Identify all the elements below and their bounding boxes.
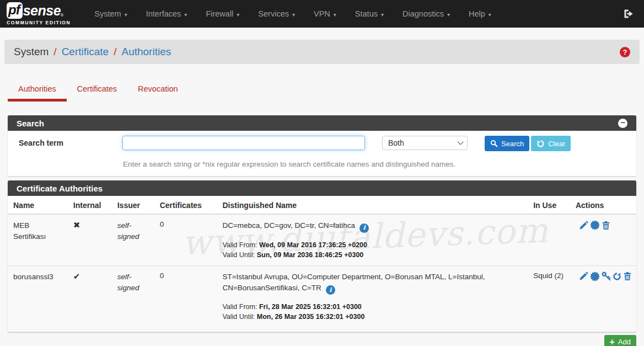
valid-from-value: Fri, 28 Mar 2025 16:32:01 +0300 xyxy=(259,303,362,311)
search-icon xyxy=(490,140,498,147)
nav-item-label: System xyxy=(94,9,121,18)
breadcrumb-section: System xyxy=(14,46,49,58)
col-header-actions: Actions xyxy=(576,196,636,214)
valid-from-label: Valid From: xyxy=(222,241,257,249)
pfsense-logo[interactable]: pf sense ® COMMUNITY EDITION xyxy=(7,2,71,25)
export-ca-icon[interactable] xyxy=(590,220,600,230)
breadcrumb-link-certificate[interactable]: Certificate xyxy=(62,46,109,58)
ca-in-use: Squid (2) xyxy=(533,272,564,280)
ca-issuer: self-signed xyxy=(117,272,146,294)
search-type-value: Both xyxy=(388,139,404,147)
valid-until-value: Mon, 26 Mar 2035 16:32:01 +0300 xyxy=(257,313,365,321)
tab-revocation[interactable]: Revocation xyxy=(127,80,189,102)
search-panel-title: Search xyxy=(17,119,44,128)
col-header-dn: Distinguished Name xyxy=(222,196,533,214)
breadcrumb-separator: / xyxy=(109,46,121,58)
logo-sense: sense xyxy=(23,3,61,19)
valid-from-label: Valid From: xyxy=(222,303,257,311)
col-header-certificates: Certificates xyxy=(160,196,223,214)
logo-edition: COMMUNITY EDITION xyxy=(7,20,71,25)
chevron-down-icon xyxy=(457,139,463,145)
valid-until-value: Sun, 09 Mar 2036 18:46:25 +0300 xyxy=(257,251,364,259)
nav-item-label: Firewall xyxy=(206,9,233,18)
table-header-row: Name Internal Issuer Certificates Distin… xyxy=(8,196,636,214)
tab-bar: Authorities Certificates Revocation xyxy=(8,80,636,102)
sign-out-icon xyxy=(623,8,634,19)
export-ca-icon[interactable] xyxy=(590,272,600,281)
col-header-issuer: Issuer xyxy=(117,196,160,214)
edit-icon[interactable] xyxy=(579,272,588,281)
nav-item-label: Status xyxy=(355,9,378,18)
nav-item-label: Services xyxy=(258,9,289,18)
nav-item-status[interactable]: Status ▾ xyxy=(346,0,393,28)
certificate-authorities-panel: Certificate Authorities Name Internal Is… xyxy=(8,180,636,332)
caret-down-icon: ▾ xyxy=(489,12,491,18)
internal-yes-icon: ✔ xyxy=(73,272,80,281)
logo-pf: pf xyxy=(7,2,23,19)
caret-down-icon: ▾ xyxy=(292,12,295,18)
delete-icon[interactable] xyxy=(623,272,632,281)
nav-item-firewall[interactable]: Firewall ▾ xyxy=(196,0,249,28)
col-header-internal: Internal xyxy=(73,196,117,214)
tab-authorities[interactable]: Authorities xyxy=(8,80,67,102)
valid-until-label: Valid Until: xyxy=(222,251,255,259)
help-icon[interactable]: ? xyxy=(620,47,630,57)
search-help-text: Enter a search string or *nix regular ex… xyxy=(123,151,625,172)
export-key-icon[interactable] xyxy=(602,272,611,281)
nav-item-help[interactable]: Help ▾ xyxy=(459,0,501,28)
ca-panel-title: Certificate Authorities xyxy=(17,184,103,193)
nav-item-services[interactable]: Services ▾ xyxy=(249,0,304,28)
nav-item-label: VPN xyxy=(314,9,330,18)
info-icon[interactable]: i xyxy=(359,223,369,233)
caret-down-icon: ▾ xyxy=(184,12,187,18)
caret-down-icon: ▾ xyxy=(334,12,336,18)
ca-issuer: self-signed xyxy=(117,220,146,242)
renew-icon[interactable] xyxy=(613,272,621,281)
nav-item-vpn[interactable]: VPN ▾ xyxy=(304,0,346,28)
add-button[interactable]: + Add xyxy=(604,335,636,346)
search-button[interactable]: Search xyxy=(485,136,529,151)
ca-distinguished-name: ST=Istanbul Avrupa, OU=Computer Departme… xyxy=(222,273,485,292)
info-icon[interactable]: i xyxy=(326,285,335,295)
ca-cert-count: 0 xyxy=(160,272,164,280)
ca-name: borusanssl3 xyxy=(13,272,53,283)
logout-button[interactable] xyxy=(620,8,637,19)
search-panel: Search − Search term Both Search xyxy=(8,115,636,176)
breadcrumb: System / Certificate / Authorities ? xyxy=(4,40,640,64)
ca-panel-header: Certificate Authorities xyxy=(8,180,636,196)
col-header-name: Name xyxy=(8,196,73,214)
tab-certificates[interactable]: Certificates xyxy=(67,80,128,102)
plus-icon: + xyxy=(610,338,615,346)
undo-icon xyxy=(536,140,545,148)
search-input[interactable] xyxy=(122,136,365,150)
nav-item-label: Help xyxy=(469,9,485,18)
ca-name: MEB Sertifikası xyxy=(13,220,60,242)
caret-down-icon: ▾ xyxy=(447,12,450,18)
breadcrumb-link-authorities[interactable]: Authorities xyxy=(121,46,171,58)
nav-item-system[interactable]: System ▾ xyxy=(85,0,136,28)
breadcrumb-separator: / xyxy=(49,46,61,58)
search-panel-header: Search − xyxy=(8,115,636,131)
valid-until-label: Valid Until: xyxy=(222,313,255,321)
col-header-in-use: In Use xyxy=(533,196,576,214)
edit-icon[interactable] xyxy=(579,221,588,230)
clear-button[interactable]: Clear xyxy=(531,136,571,151)
search-term-label: Search term xyxy=(19,136,122,147)
search-panel-body: Search term Both Search xyxy=(8,131,636,176)
caret-down-icon: ▾ xyxy=(237,12,239,18)
nav-item-diagnostics[interactable]: Diagnostics ▾ xyxy=(393,0,459,28)
nav-item-label: Diagnostics xyxy=(402,9,444,18)
caret-down-icon: ▾ xyxy=(381,12,384,18)
collapse-icon[interactable]: − xyxy=(618,119,627,128)
ca-cert-count: 0 xyxy=(160,220,164,228)
table-row: MEB Sertifikası ✖ self-signed 0 DC=mebca… xyxy=(8,214,636,265)
ca-table: Name Internal Issuer Certificates Distin… xyxy=(8,196,636,332)
ca-distinguished-name: DC=mebca, DC=gov, DC=tr, CN=fatihca xyxy=(222,221,355,230)
valid-from-value: Wed, 09 Mar 2016 17:36:25 +0200 xyxy=(259,241,367,249)
delete-icon[interactable] xyxy=(602,221,610,230)
caret-down-icon: ▾ xyxy=(125,12,127,18)
main-menu: System ▾ Interfaces ▾ Firewall ▾ Service… xyxy=(85,0,501,28)
nav-item-label: Interfaces xyxy=(146,9,181,18)
search-type-select[interactable]: Both xyxy=(382,136,468,150)
nav-item-interfaces[interactable]: Interfaces ▾ xyxy=(137,0,197,28)
